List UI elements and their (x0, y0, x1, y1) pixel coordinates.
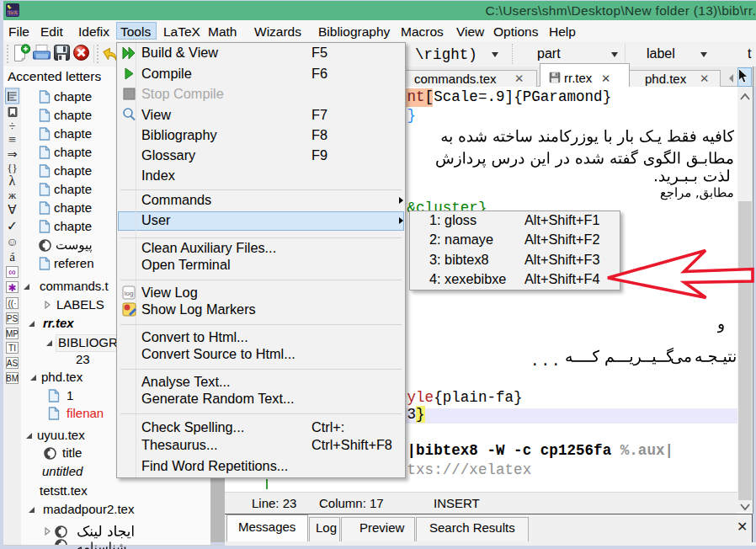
svg-text:∀: ∀ (8, 203, 17, 216)
svg-text:✓: ✓ (7, 219, 18, 233)
svg-text:∞: ∞ (8, 266, 16, 278)
svg-text:BM: BM (6, 374, 19, 383)
svg-text:{}: {} (8, 163, 18, 174)
svg-text:☺: ☺ (6, 236, 18, 248)
svg-text:PS: PS (7, 314, 19, 323)
svg-text:⇒: ⇒ (7, 147, 17, 161)
svg-text:≡: ≡ (8, 132, 16, 147)
svg-text:MP: MP (6, 329, 19, 338)
svg-text:AS: AS (7, 359, 19, 368)
svg-text:á: á (9, 250, 15, 264)
svg-text:TI: TI (8, 344, 16, 353)
svg-text:✱: ✱ (8, 282, 16, 294)
svg-text:((·: ((· (8, 299, 17, 308)
svg-text:log: log (125, 290, 134, 297)
svg-text:ж: ж (8, 189, 17, 201)
svg-text:TeX: TeX (8, 9, 18, 16)
svg-text:λ: λ (9, 173, 16, 188)
svg-text:÷: ÷ (9, 120, 16, 133)
